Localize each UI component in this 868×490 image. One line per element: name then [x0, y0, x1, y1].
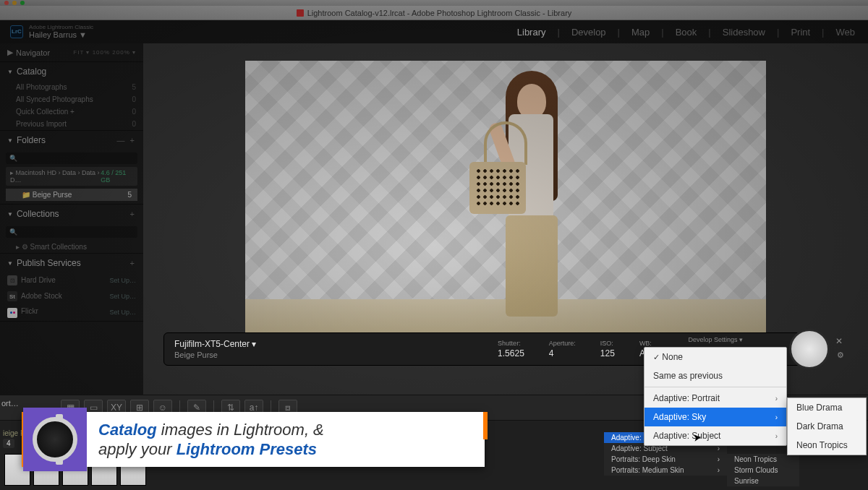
catalog-item[interactable]: Previous Import0: [0, 118, 143, 130]
collections-search[interactable]: 🔍: [6, 226, 137, 238]
publish-header[interactable]: ▼Publish Services +: [0, 254, 143, 272]
tether-iso[interactable]: 125: [600, 348, 615, 358]
module-tabs: Library| Develop| Map| Book| Slideshow| …: [514, 25, 858, 39]
tether-close-icon[interactable]: ✕: [834, 336, 844, 346]
submenu-dark-drama[interactable]: Dark Drama: [788, 417, 866, 436]
banner-logo-icon: [23, 408, 87, 471]
tab-develop[interactable]: Develop: [569, 25, 609, 39]
tether-gear-icon[interactable]: ⚙: [837, 351, 844, 360]
menu-adaptive-portrait[interactable]: Adaptive: Portrait›: [644, 389, 786, 408]
catalog-item[interactable]: All Photographs5: [0, 81, 143, 93]
cursor-icon: ➤: [692, 431, 703, 444]
publish-harddrive[interactable]: ⊡Hard DriveSet Up…: [0, 272, 143, 288]
tether-collection: Beige Purse: [174, 351, 256, 359]
catalog-item[interactable]: All Synced Photographs0: [0, 93, 143, 106]
photo-preview[interactable]: [245, 61, 766, 335]
tab-library[interactable]: Library: [514, 25, 549, 39]
tether-camera[interactable]: Fujifilm-XT5-Center ▾: [174, 339, 256, 349]
catalog-header[interactable]: ▼Catalog: [0, 62, 143, 81]
lrc-badge-icon: LrC: [10, 25, 23, 38]
tether-shutter[interactable]: 1.5625: [498, 348, 524, 358]
publish-flickr[interactable]: FlickrSet Up…: [0, 304, 143, 321]
app-header: LrC Adobe Lightroom Classic Hailey Barru…: [0, 20, 868, 43]
tether-aperture[interactable]: 4: [549, 348, 576, 358]
menu-none[interactable]: ✓ None: [644, 348, 786, 366]
folders-search[interactable]: 🔍: [6, 152, 137, 164]
tab-print[interactable]: Print: [788, 25, 813, 39]
menu-adaptive-sky[interactable]: Adaptive: Sky›: [644, 408, 786, 426]
develop-settings-label[interactable]: Develop Settings ▾: [688, 336, 743, 343]
submenu-blue-drama[interactable]: Blue Drama: [788, 398, 866, 417]
catalog-icon: [297, 9, 304, 17]
traffic-min[interactable]: [12, 1, 17, 5]
catalog-item[interactable]: Quick Collection +0: [0, 106, 143, 118]
adaptive-sky-submenu: Blue Drama Dark Drama Neon Tropics: [787, 397, 867, 455]
tab-slideshow[interactable]: Slideshow: [720, 25, 768, 39]
traffic-max[interactable]: [20, 1, 25, 5]
tab-web[interactable]: Web: [833, 25, 859, 39]
develop-settings-menu: ✓ None Same as previous Adaptive: Portra…: [644, 347, 787, 446]
navigator-zoom[interactable]: FIT ▾ 100% 200% ▾: [73, 49, 136, 56]
window-titlebar: Lightroom Catalog-v12.lrcat - Adobe Phot…: [0, 6, 868, 20]
sort-label[interactable]: ort…: [1, 399, 19, 408]
collections-item[interactable]: ▸ ⚙ Smart Collections: [0, 241, 143, 253]
publish-adobestock[interactable]: StAdobe StockSet Up…: [0, 288, 143, 304]
mac-menubar: [0, 0, 868, 6]
volume-row[interactable]: ▸ Macintosh HD › Data › Data › D… 4.6 / …: [6, 167, 137, 186]
tab-map[interactable]: Map: [629, 25, 652, 39]
collections-header[interactable]: ▼Collections +: [0, 205, 143, 223]
tab-book[interactable]: Book: [673, 25, 700, 39]
menu-adaptive-subject[interactable]: Adaptive: Subject›: [644, 426, 786, 445]
menu-same-as-previous[interactable]: Same as previous: [644, 366, 786, 385]
folders-header[interactable]: ▼Folders — +: [0, 131, 143, 150]
tutorial-banner: Catalog images in Lightroom, & apply you…: [22, 412, 485, 467]
window-title: Lightroom Catalog-v12.lrcat - Adobe Phot…: [307, 9, 572, 17]
navigator-label[interactable]: Navigator: [16, 48, 50, 57]
product-name: Adobe Lightroom Classic: [29, 25, 93, 31]
traffic-close[interactable]: [4, 1, 9, 5]
tether-shutter-button[interactable]: [789, 329, 830, 369]
submenu-neon-tropics[interactable]: Neon Tropics: [788, 436, 866, 455]
user-name[interactable]: Hailey Barrus: [29, 30, 77, 39]
ghost-submenu-behind: Neon Tropics Storm Clouds Sunrise: [727, 454, 799, 486]
folder-selected[interactable]: 📁 Beige Purse 5: [6, 189, 137, 201]
